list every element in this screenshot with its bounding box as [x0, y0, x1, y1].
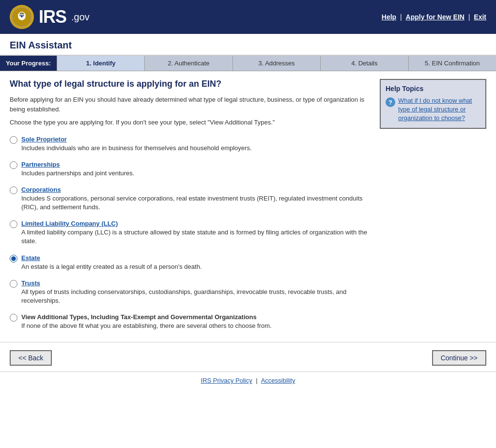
- continue-button[interactable]: Continue >>: [432, 350, 486, 366]
- option-content-sole-proprietor: Sole Proprietor Includes individuals who…: [21, 135, 252, 153]
- option-corporations: Corporations Includes S corporations, pe…: [10, 185, 370, 212]
- page-title-area: EIN Assistant: [0, 34, 496, 56]
- content-area: What type of legal structure is applying…: [10, 79, 370, 330]
- progress-step-identify[interactable]: 1. Identify: [57, 56, 144, 71]
- option-estate: Estate An estate is a legal entity creat…: [10, 254, 370, 271]
- option-content-estate: Estate An estate is a legal entity creat…: [21, 254, 202, 271]
- option-desc-corporations: Includes S corporations, personal servic…: [21, 194, 370, 212]
- option-desc-estate: An estate is a legal entity created as a…: [21, 263, 202, 271]
- option-partnerships: Partnerships Includes partnerships and j…: [10, 160, 370, 178]
- progress-step-authenticate[interactable]: 2. Authenticate: [144, 56, 232, 71]
- option-content-llc: Limited Liability Company (LLC) A limite…: [21, 219, 370, 246]
- option-title-estate[interactable]: Estate: [21, 254, 40, 262]
- irs-logo: IRS.gov: [10, 5, 90, 29]
- apply-new-ein-link[interactable]: Apply for New EIN: [406, 13, 465, 21]
- option-title-partnerships[interactable]: Partnerships: [21, 161, 60, 168]
- progress-step-details[interactable]: 4. Details: [320, 56, 408, 71]
- footer: IRS Privacy Policy | Accessibility: [0, 371, 496, 389]
- option-desc-partnerships: Includes partnerships and joint ventures…: [21, 169, 134, 178]
- option-desc-llc: A limited liability company (LLC) is a s…: [21, 228, 370, 246]
- buttons-area: << Back Continue >>: [0, 342, 496, 371]
- option-desc-additional-types: If none of the above fit what you are es…: [21, 322, 272, 330]
- nav-separator-1: |: [400, 13, 402, 21]
- sidebar-heading: Help Topics: [386, 85, 480, 93]
- svg-rect-5: [22, 16, 25, 19]
- intro-text-1: Before applying for an EIN you should ha…: [10, 95, 370, 114]
- option-trusts: Trusts All types of trusts including con…: [10, 279, 370, 305]
- option-title-additional-types[interactable]: View Additional Types, Including Tax-Exe…: [21, 313, 257, 321]
- svg-rect-6: [18, 14, 26, 15]
- option-content-additional-types: View Additional Types, Including Tax-Exe…: [21, 313, 272, 330]
- option-content-trusts: Trusts All types of trusts including con…: [21, 279, 370, 305]
- option-title-llc[interactable]: Limited Liability Company (LLC): [21, 220, 118, 227]
- option-content-corporations: Corporations Includes S corporations, pe…: [21, 185, 370, 212]
- radio-estate[interactable]: [10, 255, 17, 263]
- sidebar-help-link[interactable]: What if I do not know what type of legal…: [398, 96, 480, 123]
- sidebar-help-item: ? What if I do not know what type of leg…: [386, 96, 480, 123]
- intro-text-2: Choose the type you are applying for. If…: [10, 118, 370, 127]
- question-heading: What type of legal structure is applying…: [10, 79, 370, 89]
- back-button[interactable]: << Back: [10, 350, 52, 366]
- progress-step-addresses[interactable]: 3. Addresses: [232, 56, 320, 71]
- help-link[interactable]: Help: [382, 13, 396, 21]
- nav-separator-2: |: [468, 13, 470, 21]
- option-desc-trusts: All types of trusts including conservato…: [21, 288, 370, 305]
- option-title-corporations[interactable]: Corporations: [21, 186, 61, 193]
- radio-additional-types[interactable]: [10, 314, 17, 322]
- options-list: Sole Proprietor Includes individuals who…: [10, 135, 370, 331]
- svg-rect-4: [19, 16, 21, 19]
- radio-partnerships[interactable]: [10, 161, 17, 169]
- radio-trusts[interactable]: [10, 280, 17, 288]
- progress-bar: Your Progress: 1. Identify 2. Authentica…: [0, 56, 496, 71]
- option-content-partnerships: Partnerships Includes partnerships and j…: [21, 160, 134, 178]
- option-desc-sole-proprietor: Includes individuals who are in business…: [21, 144, 252, 153]
- option-title-trusts[interactable]: Trusts: [21, 279, 40, 287]
- footer-separator: |: [256, 377, 257, 384]
- header-navigation: Help | Apply for New EIN | Exit: [382, 13, 486, 21]
- progress-step-ein-confirmation[interactable]: 5. EIN Confirmation: [408, 56, 496, 71]
- option-sole-proprietor: Sole Proprietor Includes individuals who…: [10, 135, 370, 153]
- exit-link[interactable]: Exit: [474, 13, 486, 21]
- irs-gov-text: .gov: [71, 12, 90, 23]
- irs-eagle-icon: [10, 5, 34, 29]
- page-title: EIN Assistant: [10, 40, 486, 51]
- help-sidebar: Help Topics ? What if I do not know what…: [380, 79, 486, 129]
- radio-corporations[interactable]: [10, 186, 17, 194]
- option-title-sole-proprietor[interactable]: Sole Proprietor: [21, 136, 67, 143]
- irs-logo-text: IRS: [39, 7, 66, 27]
- privacy-policy-link[interactable]: IRS Privacy Policy: [201, 377, 252, 384]
- radio-llc[interactable]: [10, 220, 17, 228]
- radio-sole-proprietor[interactable]: [10, 136, 17, 144]
- main-content: What type of legal structure is applying…: [0, 71, 496, 338]
- option-llc: Limited Liability Company (LLC) A limite…: [10, 219, 370, 246]
- accessibility-link[interactable]: Accessibility: [261, 377, 295, 384]
- option-additional-types: View Additional Types, Including Tax-Exe…: [10, 313, 370, 330]
- help-question-icon: ?: [386, 97, 395, 107]
- site-header: IRS.gov Help | Apply for New EIN | Exit: [0, 0, 496, 34]
- progress-label: Your Progress:: [0, 56, 57, 71]
